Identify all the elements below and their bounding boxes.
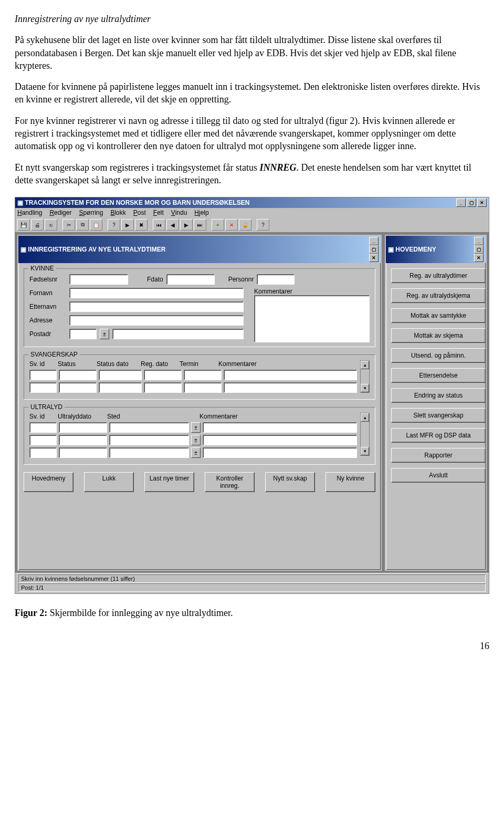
tb-next-icon[interactable]: ▶ (180, 219, 193, 231)
input-fodselsnr[interactable] (69, 274, 128, 285)
ul-sted-2[interactable] (109, 435, 189, 445)
tb-help-icon[interactable]: ? (257, 219, 269, 231)
ul-dato-3[interactable] (59, 447, 107, 458)
form-minimize-button[interactable]: _ (369, 237, 379, 245)
sv-termin-1[interactable] (184, 370, 222, 380)
sv-termin-2[interactable] (184, 382, 222, 393)
ul-kommentarer-3[interactable] (203, 447, 357, 458)
tb-copy-icon[interactable]: ⧉ (76, 219, 89, 231)
ul-sted-3[interactable] (109, 447, 189, 458)
ul-scroll-up-icon[interactable]: ▴ (361, 413, 369, 422)
sv-row-2 (29, 382, 357, 393)
btn-nyttsv[interactable]: Nytt sv.skap (265, 472, 315, 492)
menu-sporring[interactable]: Spørring (79, 209, 103, 216)
page-number: 16 (15, 641, 489, 652)
tb-lock-icon[interactable]: 🔒 (239, 219, 251, 231)
ul-sted-dropdown-1[interactable]: ± (191, 422, 201, 433)
maximize-button[interactable]: ▢ (467, 199, 476, 207)
ul-svid-1[interactable] (29, 422, 57, 433)
btn-hovedmeny[interactable]: Hovedmeny (24, 472, 74, 492)
tb-last-icon[interactable]: ⏭ (194, 219, 206, 231)
ul-sted-dropdown-3[interactable]: ± (191, 447, 201, 458)
close-button[interactable]: ✕ (477, 199, 487, 207)
ul-dato-1[interactable] (59, 422, 107, 433)
hm-btn-utsend-paminn[interactable]: Utsend. og påminn. (391, 348, 486, 363)
sv-statusdato-1[interactable] (99, 370, 142, 380)
menu-rediger[interactable]: Rediger (49, 209, 71, 216)
sv-kommentarer-2[interactable] (224, 382, 357, 393)
ul-scroll-down-icon[interactable]: ▾ (361, 447, 369, 455)
input-fdato[interactable] (166, 274, 215, 285)
ul-svid-2[interactable] (29, 435, 57, 445)
ul-sted-1[interactable] (109, 422, 189, 433)
sv-kommentarer-1[interactable] (224, 370, 357, 380)
ul-sted-dropdown-2[interactable]: ± (191, 435, 201, 445)
col-ul-sted: Sted (107, 413, 186, 420)
menu-felt[interactable]: Felt (153, 209, 164, 216)
tb-prev-icon[interactable]: ◀ (166, 219, 179, 231)
tb-print-icon[interactable]: 🖨 (31, 219, 44, 231)
ul-scrollbar[interactable]: ▴ ▾ (360, 413, 370, 456)
sv-status-2[interactable] (59, 382, 97, 393)
sv-regdato-1[interactable] (144, 370, 182, 380)
tb-first-icon[interactable]: ⏮ (153, 219, 165, 231)
postnr-dropdown[interactable]: ± (100, 329, 109, 339)
tb-query-enter-icon[interactable]: ? (108, 219, 120, 231)
hm-btn-reg-ultralydtimer[interactable]: Reg. av ultralydtimer (391, 268, 486, 283)
input-adresse[interactable] (69, 315, 244, 326)
hm-btn-ettersendelse[interactable]: Ettersendelse (391, 368, 486, 383)
ul-kommentarer-2[interactable] (203, 435, 357, 445)
hm-btn-endring-status[interactable]: Endring av status (391, 388, 486, 403)
btn-nykvinne[interactable]: Ny kvinne (326, 472, 375, 492)
input-poststed[interactable] (112, 329, 244, 339)
ul-kommentarer-1[interactable] (203, 422, 357, 433)
sv-svid-1[interactable] (29, 370, 57, 380)
tb-paste-icon[interactable]: 📋 (90, 219, 102, 231)
col-sv-regdato: Reg. dato (141, 360, 177, 368)
tb-insert-icon[interactable]: + (212, 219, 224, 231)
btn-lastnye[interactable]: Last nye timer (144, 472, 194, 492)
form-close-button[interactable]: ✕ (369, 254, 379, 262)
menu-handling[interactable]: Handling (17, 209, 42, 216)
hm-btn-avslutt[interactable]: Avslutt (391, 468, 486, 483)
tb-delete-icon[interactable]: ✕ (225, 219, 238, 231)
hm-btn-reg-ultralydskjema[interactable]: Reg. av ultralydskjema (391, 288, 486, 303)
tb-exit-icon[interactable]: ⎋ (45, 219, 57, 231)
sv-statusdato-2[interactable] (99, 382, 142, 393)
btn-kontroller[interactable]: Kontroller innreg. (205, 472, 255, 492)
tb-query-exec-icon[interactable]: ▶ (121, 219, 134, 231)
hm-minimize-button[interactable]: _ (474, 237, 484, 245)
input-etternavn[interactable] (69, 301, 244, 312)
tb-save-icon[interactable]: 💾 (17, 219, 30, 231)
input-postnr[interactable] (69, 329, 97, 339)
sv-scrollbar[interactable]: ▴ ▾ (360, 360, 370, 393)
menu-vindu[interactable]: Vindu (171, 209, 187, 216)
btn-lukk[interactable]: Lukk (84, 472, 134, 492)
sv-svid-2[interactable] (29, 382, 57, 393)
menu-post[interactable]: Post (133, 209, 146, 216)
hovedmeny-window: ▣ HOVEDMENY _ ▢ ✕ Reg. av ultralydtimer … (385, 235, 487, 571)
input-personnr[interactable] (257, 274, 295, 285)
form-maximize-button[interactable]: ▢ (369, 245, 379, 254)
input-kvinne-kommentarer[interactable] (254, 295, 370, 342)
hm-btn-last-mfr-dsp[interactable]: Last MFR og DSP data (391, 428, 486, 443)
hm-close-button[interactable]: ✕ (474, 254, 484, 262)
menu-blokk[interactable]: Blokk (110, 209, 125, 216)
sv-status-1[interactable] (59, 370, 97, 380)
sv-regdato-2[interactable] (144, 382, 182, 393)
hm-btn-mottak-samtykke[interactable]: Mottak av samtykke (391, 308, 486, 323)
ul-dato-2[interactable] (59, 435, 107, 445)
hm-btn-rapporter[interactable]: Rapporter (391, 448, 486, 463)
tb-query-cancel-icon[interactable]: ✖ (135, 219, 148, 231)
sv-scroll-down-icon[interactable]: ▾ (361, 384, 369, 392)
col-sv-kommentarer: Kommentarer (218, 360, 357, 368)
hm-maximize-button[interactable]: ▢ (474, 245, 484, 254)
tb-cut-icon[interactable]: ✂ (62, 219, 75, 231)
hm-btn-mottak-skjema[interactable]: Mottak av skjema (391, 328, 486, 343)
sv-scroll-up-icon[interactable]: ▴ (361, 361, 369, 369)
menu-hjelp[interactable]: Hjelp (194, 209, 208, 216)
hm-btn-slett-svangerskap[interactable]: Slett svangerskap (391, 408, 486, 423)
minimize-button[interactable]: _ (456, 199, 466, 207)
ul-svid-3[interactable] (29, 447, 57, 458)
input-fornavn[interactable] (69, 288, 244, 298)
